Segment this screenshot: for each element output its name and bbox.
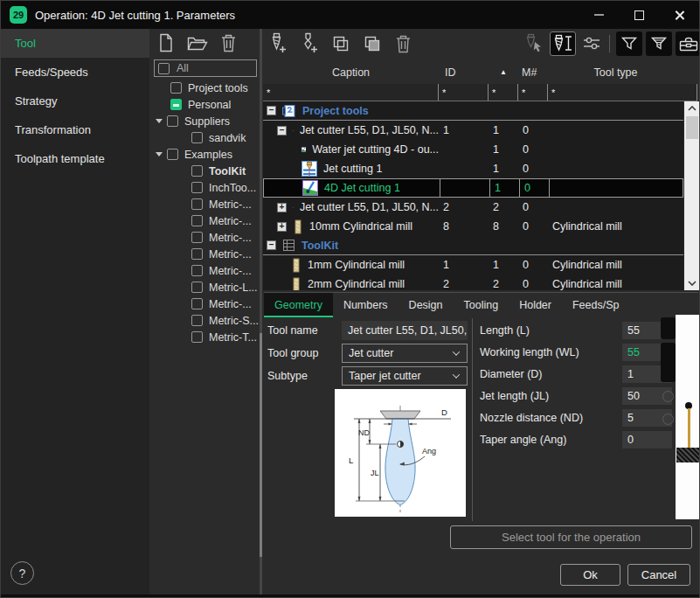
open-library-button[interactable]	[187, 34, 208, 52]
view-options-button[interactable]	[579, 32, 603, 56]
tree-item-metric[interactable]: Metric-...	[151, 229, 260, 246]
copy-tool-button[interactable]	[329, 31, 352, 55]
checkbox[interactable]	[191, 248, 203, 260]
tab-feeds-speeds[interactable]: Feeds/Sp	[562, 293, 630, 317]
table-row-group-project-tools[interactable]: – Project tools	[263, 101, 683, 121]
checkbox[interactable]	[191, 282, 203, 293]
tree-item-metric[interactable]: Metric-...	[151, 262, 260, 279]
table-row-group-toolkit[interactable]: – ToolKit	[263, 236, 683, 255]
checkbox[interactable]	[191, 165, 203, 177]
tool-name-field[interactable]: Jet cutter L55, D1, JL50, N	[342, 321, 468, 340]
column-header-caption[interactable]: Caption	[263, 66, 439, 79]
filter-button[interactable]	[616, 31, 642, 56]
sidebar-item-transformation[interactable]: Transformation	[1, 115, 149, 144]
scroll-down-icon[interactable]	[684, 276, 700, 290]
maximize-button[interactable]	[619, 1, 659, 29]
tab-numbers[interactable]: Numbers	[333, 293, 399, 317]
sidebar-item-toolpath-template[interactable]: Toolpath template	[1, 144, 149, 173]
filter-cell-caption[interactable]: *	[263, 84, 439, 101]
sidebar-item-feeds-speeds[interactable]: Feeds/Speeds	[1, 58, 149, 87]
checkbox[interactable]	[191, 265, 203, 276]
filter-cell-tool-type[interactable]: *	[548, 84, 697, 101]
taper-angle-field[interactable]: 0	[622, 431, 672, 448]
add-tool-button[interactable]	[266, 31, 289, 55]
tab-holder[interactable]: Holder	[509, 293, 562, 317]
expander-icon[interactable]	[156, 119, 163, 123]
table-row-jet-cutter-1[interactable]: – Jet cutter L55, D1, JL50, N... 1 1 0	[263, 121, 683, 140]
checkbox[interactable]	[191, 331, 203, 343]
filter-cell-id[interactable]: *	[439, 84, 489, 101]
tree-item-toolkit[interactable]: ToolKit	[151, 163, 260, 179]
tree-item-inchtool[interactable]: InchToo...	[151, 179, 260, 196]
minimize-button[interactable]	[579, 1, 619, 29]
tool-3d-preview[interactable]	[676, 315, 700, 519]
tab-design[interactable]: Design	[399, 293, 454, 317]
tab-tooling[interactable]: Tooling	[454, 293, 509, 317]
tree-item-metric[interactable]: Metric-...	[151, 296, 260, 312]
sidebar-item-tool[interactable]: Tool	[1, 29, 149, 58]
column-header-tool-type[interactable]: Tool type	[548, 66, 683, 79]
select-tool-cursor-button[interactable]	[523, 32, 546, 56]
table-row-4d-jet-cutting-selected[interactable]: 4D Jet cutting 1 1 0	[263, 178, 683, 198]
tree-item-metric[interactable]: Metric-...	[151, 196, 260, 212]
tree-item-project-tools[interactable]: Project tools	[151, 80, 260, 96]
scrollbar-thumb[interactable]	[686, 116, 698, 139]
panel-splitter-thumb[interactable]	[260, 333, 262, 557]
preview-zoom-icon[interactable]	[662, 391, 674, 402]
tree-item-metric-t[interactable]: Metric-T...	[151, 329, 260, 345]
subtype-select[interactable]: Taper jet cutter	[342, 366, 468, 386]
table-row-10mm-mill[interactable]: + 10mm Cylindrical mill 8 8 0 Cylindrica…	[263, 217, 683, 236]
expander-icon[interactable]	[156, 152, 163, 156]
checkbox[interactable]	[191, 298, 203, 309]
checkbox[interactable]	[191, 232, 203, 243]
preview-toolbar-button[interactable]	[661, 317, 676, 339]
delete-tool-button[interactable]	[392, 31, 415, 55]
checkbox[interactable]	[167, 149, 178, 160]
tab-geometry[interactable]: Geometry	[264, 293, 333, 317]
filter-active-button[interactable]	[646, 31, 672, 56]
tree-item-personal[interactable]: Personal	[151, 96, 260, 113]
sort-ascending-icon[interactable]: ▲	[489, 68, 518, 76]
table-row-2mm-mill[interactable]: 2mm Cylindrical mill 2 2 0 Cylindrical m…	[263, 275, 683, 290]
expand-icon[interactable]: +	[277, 203, 287, 212]
checkbox[interactable]	[167, 115, 178, 127]
table-row-jet-cutting-operation[interactable]: Jet cutting 1 1 0	[263, 159, 683, 178]
collapse-icon[interactable]: –	[267, 240, 276, 250]
column-header-id[interactable]: ID	[439, 66, 489, 79]
tree-item-metric[interactable]: Metric-...	[151, 212, 260, 229]
filter-cell-sort[interactable]: *	[489, 84, 518, 101]
checkbox[interactable]	[191, 198, 203, 210]
toolbox-button[interactable]	[676, 31, 700, 56]
tree-item-metric-s[interactable]: Metric-S...	[151, 312, 260, 329]
select-tool-for-operation-button[interactable]: Select tool for the operation	[450, 525, 692, 549]
scroll-up-icon[interactable]	[684, 101, 700, 115]
paste-tool-button[interactable]	[360, 31, 384, 55]
filter-cell-m[interactable]: *	[518, 84, 548, 101]
collapse-icon[interactable]: –	[277, 126, 287, 136]
checkbox[interactable]	[191, 315, 203, 326]
tree-item-metric-l[interactable]: Metric-L...	[151, 279, 260, 296]
tree-item-suppliers[interactable]: Suppliers	[151, 113, 260, 129]
collapse-icon[interactable]: –	[267, 106, 276, 115]
help-button[interactable]: ?	[10, 561, 34, 585]
all-checkbox[interactable]	[158, 63, 170, 74]
tree-item-examples[interactable]: Examples	[151, 146, 260, 163]
tool-dimensions-toggle[interactable]	[550, 31, 576, 56]
checkbox[interactable]	[191, 132, 203, 143]
table-scrollbar[interactable]	[684, 101, 700, 290]
add-tool-alt-button[interactable]	[297, 31, 321, 55]
preview-toolbar-button[interactable]	[661, 343, 676, 382]
tool-group-select[interactable]: Jet cutter	[342, 344, 468, 363]
checkbox-partial[interactable]	[170, 99, 182, 110]
table-row-jet-cutter-2[interactable]: + Jet cutter L55, D1, JL50, N... 2 2 0	[263, 198, 683, 217]
preview-zoom-icon[interactable]	[662, 414, 674, 425]
cancel-button[interactable]: Cancel	[627, 564, 690, 586]
close-button[interactable]	[659, 1, 699, 29]
expand-icon[interactable]: +	[277, 222, 287, 232]
delete-library-button[interactable]	[220, 33, 237, 52]
tree-item-metric[interactable]: Metric-...	[151, 246, 260, 262]
library-filter-all[interactable]: All	[154, 59, 257, 77]
checkbox[interactable]	[191, 215, 203, 226]
tree-item-sandvik[interactable]: sandvik	[151, 129, 260, 146]
checkbox[interactable]	[170, 82, 182, 94]
